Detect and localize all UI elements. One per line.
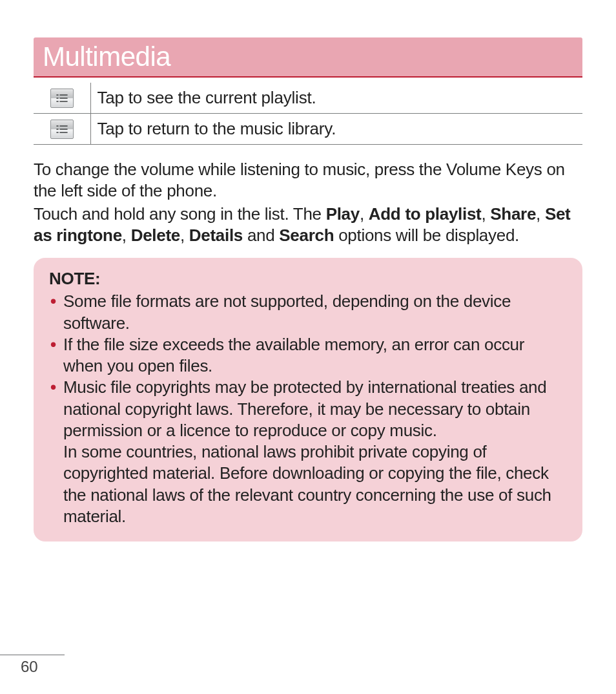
option-play: Play [326,204,360,224]
library-icon [50,120,74,139]
icon-cell [34,114,90,145]
list-item: Some file formats are not supported, dep… [49,291,567,334]
option-search: Search [279,226,334,245]
note-title: NOTE: [49,268,567,289]
option-share: Share [490,204,536,224]
note-box: NOTE: Some file formats are not supporte… [34,258,582,542]
option-add-to-playlist: Add to playlist [369,204,482,224]
option-details: Details [189,226,243,245]
icon-cell [34,83,90,114]
text: Some file formats are not supported, dep… [63,291,511,332]
icon-description: Tap to return to the music library. [90,114,582,145]
option-delete: Delete [131,226,180,245]
text: , [180,226,189,245]
manual-page: Multimedia Tap to see the current playli… [0,0,616,694]
text: Touch and hold any song in the list. The [34,204,326,224]
paragraph: To change the volume while listening to … [34,159,582,202]
text: In some countries, national laws prohibi… [63,441,567,527]
text: , [481,204,490,224]
text: , [360,204,369,224]
playlist-icon [50,89,74,108]
note-list: Some file formats are not supported, dep… [49,291,567,527]
section-header: Multimedia [34,37,582,78]
text: and [243,226,279,245]
section-title: Multimedia [43,41,573,72]
text: If the file size exceeds the available m… [63,335,524,375]
icon-description-table: Tap to see the current playlist. Tap to … [34,83,582,145]
table-row: Tap to see the current playlist. [34,83,582,114]
list-item: If the file size exceeds the available m… [49,334,567,377]
page-number: 60 [0,655,65,676]
icon-description: Tap to see the current playlist. [90,83,582,114]
text: Music file copyrights may be protected b… [63,377,546,440]
text: , [536,204,545,224]
text: options will be displayed. [334,226,519,245]
list-item: Music file copyrights may be protected b… [49,377,567,527]
paragraph: Touch and hold any song in the list. The… [34,204,582,247]
body-text: To change the volume while listening to … [34,159,582,246]
table-row: Tap to return to the music library. [34,114,582,145]
text: , [122,226,131,245]
